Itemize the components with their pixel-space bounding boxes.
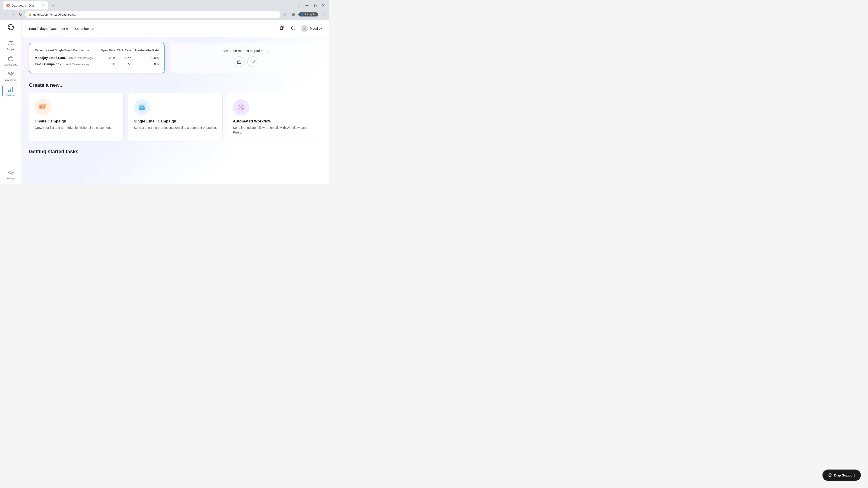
- svg-point-3: [9, 26, 10, 27]
- sidebar-item-analytics[interactable]: Analytics: [2, 84, 20, 98]
- tab-close-button[interactable]: ✕: [41, 3, 44, 8]
- svg-text:d: d: [8, 4, 9, 6]
- sidebar-item-people[interactable]: People: [2, 38, 20, 53]
- sidebar-logo[interactable]: [5, 23, 16, 33]
- svg-rect-8: [11, 72, 13, 73]
- url-text: getdrip.com/7641396/dashboard: [33, 13, 75, 16]
- feedback-buttons: [234, 56, 258, 67]
- svg-rect-9: [10, 75, 12, 76]
- svg-point-6: [11, 41, 13, 43]
- onsite-card-desc: Grow your list and turn drive-by visitor…: [35, 125, 118, 130]
- incognito-label: Incognito: [305, 13, 316, 16]
- analytics-icon: [7, 86, 14, 93]
- browser-tab[interactable]: d Dashboard · Drip ✕: [3, 1, 48, 9]
- svg-rect-26: [42, 106, 44, 106]
- address-bar-row: ‹ › ↻ 🔒 getdrip.com/7641396/dashboard ☆ …: [0, 11, 329, 20]
- address-bar[interactable]: 🔒 getdrip.com/7641396/dashboard: [25, 11, 280, 18]
- unsubscribe-rate-2: 0%: [131, 61, 159, 67]
- date-range-value: December 6 — December 12: [50, 27, 94, 31]
- close-window-button[interactable]: ✕: [320, 2, 327, 8]
- campaign-time-1: sent 28 minutes ago: [68, 57, 93, 60]
- click-rate-header: Click Rate: [115, 48, 131, 55]
- browser-actions: ☆ ⊞ 👤 Incognito ⋮: [282, 11, 327, 18]
- minimize-button[interactable]: ─: [304, 2, 310, 8]
- campaign-time-2: sent 35 minutes ago: [66, 63, 90, 66]
- email-campaign-icon: [134, 99, 150, 116]
- thumbs-up-icon: [237, 59, 242, 64]
- search-icon: [291, 26, 296, 31]
- incognito-icon: 👤: [301, 13, 304, 16]
- forward-button[interactable]: ›: [10, 11, 16, 18]
- tab-favicon: d: [6, 4, 10, 7]
- sidebar-item-settings[interactable]: Settings: [2, 167, 20, 182]
- email-card-desc: Send a one-time promotional email to a s…: [134, 125, 217, 130]
- bookmark-button[interactable]: ☆: [282, 11, 288, 18]
- sidebar-item-campaigns[interactable]: Campaigns: [2, 53, 20, 68]
- create-section: Create a new...: [29, 82, 322, 141]
- click-rate-1: 0.0%: [115, 55, 131, 61]
- search-button[interactable]: [289, 24, 297, 33]
- lock-icon: 🔒: [28, 13, 31, 16]
- sidebar: People Campaigns: [0, 20, 22, 184]
- thumbs-up-button[interactable]: [234, 56, 245, 67]
- sidebar-people-label: People: [7, 48, 14, 51]
- content-area: Recently sent Single Email Campaigns Ope…: [22, 37, 329, 184]
- header-actions: Moodjoy: [277, 24, 322, 33]
- sidebar-workflows-label: Workflows: [5, 78, 17, 81]
- svg-rect-12: [12, 87, 13, 92]
- table-row[interactable]: Email Campaign - ... sent 35 minutes ago…: [35, 61, 159, 67]
- open-rate-2: 0%: [99, 61, 115, 67]
- new-tab-button[interactable]: +: [50, 2, 56, 8]
- drip-logo-icon: [6, 24, 16, 33]
- campaigns-table: Recently sent Single Email Campaigns Ope…: [35, 48, 159, 67]
- onsite-card-title: Onsite Campaign: [35, 119, 118, 124]
- sidebar-campaigns-label: Campaigns: [4, 63, 17, 66]
- feedback-card: Are these metrics helpful here?: [170, 43, 322, 73]
- workflows-icon: [7, 70, 14, 78]
- campaigns-card: Recently sent Single Email Campaigns Ope…: [29, 43, 164, 73]
- browser-chrome: d Dashboard · Drip ✕ + ⌄ ─ ⧉ ✕: [0, 0, 329, 11]
- main-header: Past 7 days: December 6 — December 12: [22, 20, 329, 37]
- refresh-button[interactable]: ↻: [17, 11, 24, 18]
- create-card-workflow[interactable]: Automated Workflow Send immediate follow…: [227, 93, 322, 141]
- workflow-card-desc: Send immediate follow-up emails with Wor…: [233, 125, 316, 135]
- svg-rect-16: [237, 61, 238, 64]
- extension-button[interactable]: ⊞: [290, 11, 297, 18]
- settings-icon: [7, 169, 14, 176]
- tab-title: Dashboard · Drip: [12, 4, 34, 7]
- back-button[interactable]: ‹: [3, 11, 9, 18]
- open-rate-1: 29%: [99, 55, 115, 61]
- thumbs-down-button[interactable]: [247, 56, 258, 67]
- incognito-badge[interactable]: 👤 Incognito: [298, 12, 318, 17]
- campaign-name-2: Email Campaign - ...: [35, 62, 65, 66]
- table-row[interactable]: Moodjoy Email Cam... sent 28 minutes ago…: [35, 55, 159, 61]
- people-icon: [7, 40, 14, 47]
- campaigns-section: Recently sent Single Email Campaigns Ope…: [29, 43, 322, 73]
- window-controls: ⌄ ─ ⧉ ✕: [296, 2, 327, 8]
- svg-rect-7: [8, 72, 10, 73]
- getting-started-section: Getting started tasks: [29, 149, 322, 155]
- notifications-button[interactable]: [277, 24, 285, 33]
- tab-list-button[interactable]: ⌄: [296, 2, 302, 8]
- svg-rect-17: [251, 60, 252, 62]
- workflow-card-title: Automated Workflow: [233, 119, 316, 124]
- svg-rect-25: [42, 105, 43, 105]
- create-cards: Onsite Campaign Grow your list and turn …: [29, 93, 322, 141]
- feedback-question: Are these metrics helpful here?: [222, 49, 270, 53]
- create-card-email[interactable]: Single Email Campaign Send a one-time pr…: [128, 93, 223, 141]
- main-content: Past 7 days: December 6 — December 12: [22, 20, 329, 184]
- navigation-arrows: ‹ › ↻: [3, 11, 24, 18]
- svg-rect-27: [42, 107, 43, 107]
- create-card-onsite[interactable]: Onsite Campaign Grow your list and turn …: [29, 93, 124, 141]
- menu-button[interactable]: ⋮: [320, 11, 327, 18]
- campaign-name-1: Moodjoy Email Cam...: [35, 56, 68, 60]
- restore-button[interactable]: ⧉: [312, 2, 318, 8]
- sidebar-analytics-label: Analytics: [6, 94, 16, 97]
- date-range-prefix: Past 7 days:: [29, 27, 49, 31]
- svg-rect-22: [40, 108, 42, 108]
- svg-point-13: [10, 172, 12, 173]
- svg-point-15: [304, 27, 305, 29]
- svg-point-5: [9, 41, 11, 43]
- user-menu[interactable]: Moodjoy: [301, 25, 322, 32]
- sidebar-item-workflows[interactable]: Workflows: [2, 69, 20, 83]
